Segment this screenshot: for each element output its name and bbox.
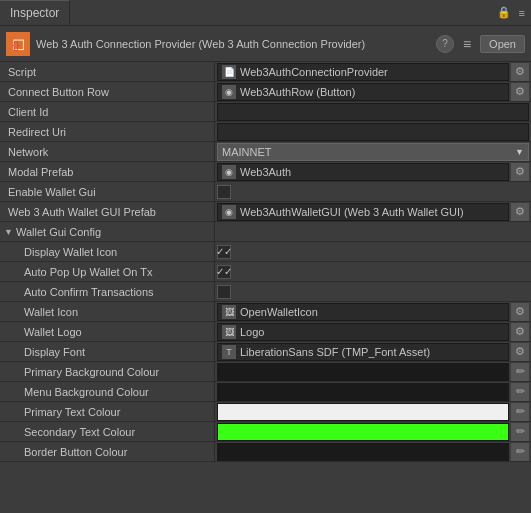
field-script[interactable]: 📄Web3AuthConnectionProvider: [217, 63, 509, 81]
row-primary-bg-colour: Primary Background Colour✏: [0, 362, 531, 382]
field-text-modal-prefab: Web3Auth: [240, 166, 504, 178]
label-auto-confirm: Auto Confirm Transactions: [4, 286, 154, 298]
checkbox-enable-wallet-gui[interactable]: [217, 185, 231, 199]
eyedropper-btn-primary-text-colour[interactable]: ✏: [511, 403, 529, 421]
color-field-menu-bg-colour[interactable]: [217, 383, 509, 401]
eyedropper-btn-secondary-text-colour[interactable]: ✏: [511, 423, 529, 441]
label-secondary-text-colour: Secondary Text Colour: [4, 426, 135, 438]
row-display-wallet-icon: Display Wallet Icon✓: [0, 242, 531, 262]
row-primary-text-colour: Primary Text Colour✏: [0, 402, 531, 422]
row-enable-wallet-gui: Enable Wallet Gui: [0, 182, 531, 202]
label-connect-button-row: Connect Button Row: [4, 86, 109, 98]
field-web3-auth-wallet-gui[interactable]: ◉Web3AuthWalletGUI (Web 3 Auth Wallet GU…: [217, 203, 509, 221]
eyedropper-btn-menu-bg-colour[interactable]: ✏: [511, 383, 529, 401]
title-bar: Inspector 🔒 ≡: [0, 0, 531, 26]
color-field-secondary-text-colour[interactable]: [217, 423, 509, 441]
inspector-tab-label: Inspector: [10, 6, 59, 20]
field-text-display-font: LiberationSans SDF (TMP_Font Asset): [240, 346, 504, 358]
row-script: Script📄Web3AuthConnectionProvider⚙: [0, 62, 531, 82]
checkmark: ✓: [216, 266, 224, 277]
row-wallet-logo: Wallet Logo🖼Logo⚙: [0, 322, 531, 342]
settings-btn-wallet-icon[interactable]: ⚙: [511, 303, 529, 321]
row-auto-confirm: Auto Confirm Transactions: [0, 282, 531, 302]
row-web3-auth-wallet-gui: Web 3 Auth Wallet GUI Prefab◉Web3AuthWal…: [0, 202, 531, 222]
row-redirect-uri: Redirect Uri: [0, 122, 531, 142]
row-display-font: Display FontTLiberationSans SDF (TMP_Fon…: [0, 342, 531, 362]
settings-btn-display-font[interactable]: ⚙: [511, 343, 529, 361]
color-field-primary-text-colour[interactable]: [217, 403, 509, 421]
row-connect-button-row: Connect Button Row◉Web3AuthRow (Button)⚙: [0, 82, 531, 102]
obj-icon: 📄: [222, 65, 236, 79]
label-enable-wallet-gui: Enable Wallet Gui: [4, 186, 96, 198]
checkbox-display-wallet-icon[interactable]: ✓: [217, 245, 231, 259]
label-wallet-logo: Wallet Logo: [4, 326, 82, 338]
settings-btn-script[interactable]: ⚙: [511, 63, 529, 81]
component-menu-button[interactable]: ≡: [458, 35, 476, 53]
label-primary-text-colour: Primary Text Colour: [4, 406, 120, 418]
field-wallet-logo[interactable]: 🖼Logo: [217, 323, 509, 341]
label-script: Script: [4, 66, 36, 78]
row-border-button-colour: Border Button Colour✏: [0, 442, 531, 462]
component-icon: ◻{}: [6, 32, 30, 56]
settings-btn-modal-prefab[interactable]: ⚙: [511, 163, 529, 181]
properties-panel: Script📄Web3AuthConnectionProvider⚙Connec…: [0, 62, 531, 513]
color-field-border-button-colour[interactable]: [217, 443, 509, 461]
label-display-font: Display Font: [4, 346, 85, 358]
obj-icon: 🖼: [222, 305, 236, 319]
settings-btn-wallet-logo[interactable]: ⚙: [511, 323, 529, 341]
obj-icon: T: [222, 345, 236, 359]
lock-icon[interactable]: 🔒: [495, 4, 513, 21]
dropdown-value: MAINNET: [222, 146, 272, 158]
field-text-web3-auth-wallet-gui: Web3AuthWalletGUI (Web 3 Auth Wallet GUI…: [240, 206, 504, 218]
color-field-primary-bg-colour[interactable]: [217, 363, 509, 381]
field-text-script: Web3AuthConnectionProvider: [240, 66, 504, 78]
component-title: Web 3 Auth Connection Provider (Web 3 Au…: [36, 38, 430, 50]
menu-icon[interactable]: ≡: [517, 5, 527, 21]
help-button[interactable]: ?: [436, 35, 454, 53]
field-text-connect-button-row: Web3AuthRow (Button): [240, 86, 504, 98]
field-text-wallet-icon: OpenWalletIcon: [240, 306, 504, 318]
chevron-down-icon: ▼: [515, 147, 524, 157]
checkbox-auto-pop-up[interactable]: ✓: [217, 265, 231, 279]
inspector-window: Inspector 🔒 ≡ ◻{} Web 3 Auth Connection …: [0, 0, 531, 513]
inspector-tab[interactable]: Inspector: [0, 0, 70, 25]
eyedropper-btn-border-button-colour[interactable]: ✏: [511, 443, 529, 461]
obj-icon: ◉: [222, 85, 236, 99]
settings-btn-web3-auth-wallet-gui[interactable]: ⚙: [511, 203, 529, 221]
obj-icon: ◉: [222, 205, 236, 219]
row-menu-bg-colour: Menu Background Colour✏: [0, 382, 531, 402]
field-client-id[interactable]: [217, 103, 529, 121]
label-display-wallet-icon: Display Wallet Icon: [4, 246, 117, 258]
row-wallet-gui-config: ▼Wallet Gui Config: [0, 222, 531, 242]
checkmark: ✓: [216, 246, 224, 257]
label-menu-bg-colour: Menu Background Colour: [4, 386, 149, 398]
label-modal-prefab: Modal Prefab: [4, 166, 73, 178]
field-wallet-icon[interactable]: 🖼OpenWalletIcon: [217, 303, 509, 321]
obj-icon: ◉: [222, 165, 236, 179]
dropdown-network[interactable]: MAINNET▼: [217, 143, 529, 161]
label-wallet-icon: Wallet Icon: [4, 306, 78, 318]
field-text-wallet-logo: Logo: [240, 326, 504, 338]
settings-btn-connect-button-row[interactable]: ⚙: [511, 83, 529, 101]
field-display-font[interactable]: TLiberationSans SDF (TMP_Font Asset): [217, 343, 509, 361]
field-connect-button-row[interactable]: ◉Web3AuthRow (Button): [217, 83, 509, 101]
obj-icon: 🖼: [222, 325, 236, 339]
label-auto-pop-up: Auto Pop Up Wallet On Tx: [4, 266, 152, 278]
label-client-id: Client Id: [4, 106, 48, 118]
label-redirect-uri: Redirect Uri: [4, 126, 66, 138]
field-redirect-uri[interactable]: [217, 123, 529, 141]
row-modal-prefab: Modal Prefab◉Web3Auth⚙: [0, 162, 531, 182]
field-modal-prefab[interactable]: ◉Web3Auth: [217, 163, 509, 181]
row-auto-pop-up: Auto Pop Up Wallet On Tx✓: [0, 262, 531, 282]
label-wallet-gui-config: Wallet Gui Config: [16, 226, 101, 238]
caret-icon[interactable]: ▼: [4, 227, 13, 237]
eyedropper-btn-primary-bg-colour[interactable]: ✏: [511, 363, 529, 381]
label-network: Network: [4, 146, 48, 158]
row-client-id: Client Id: [0, 102, 531, 122]
row-network: NetworkMAINNET▼: [0, 142, 531, 162]
label-web3-auth-wallet-gui: Web 3 Auth Wallet GUI Prefab: [4, 206, 156, 218]
checkbox-auto-confirm[interactable]: [217, 285, 231, 299]
header-row: ◻{} Web 3 Auth Connection Provider (Web …: [0, 26, 531, 62]
open-button[interactable]: Open: [480, 35, 525, 53]
label-primary-bg-colour: Primary Background Colour: [4, 366, 159, 378]
